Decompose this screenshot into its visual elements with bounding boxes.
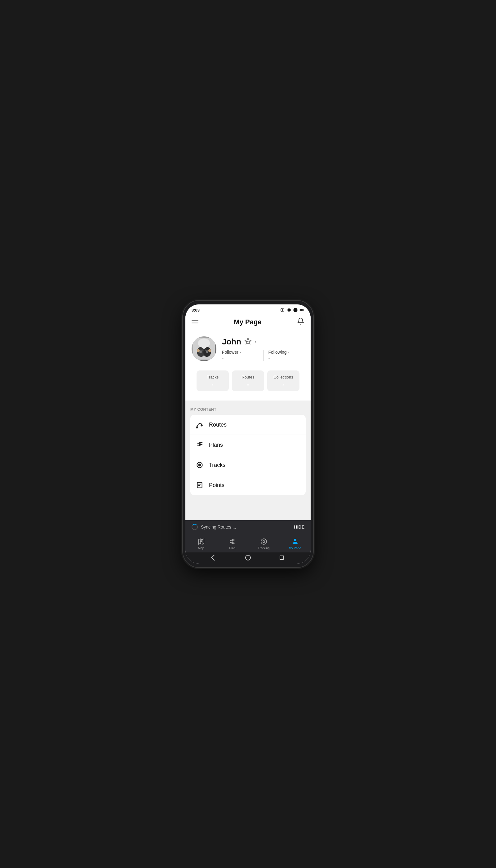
app-header: My Page: [185, 314, 311, 330]
content-item-routes[interactable]: Routes: [190, 415, 306, 435]
stat-value-tracks: -: [200, 382, 226, 388]
points-icon: [195, 481, 204, 490]
stats-row: Tracks - Routes - Collections -: [191, 366, 305, 396]
scroll-content[interactable]: John PRO + ›: [185, 330, 311, 520]
avatar-image: [191, 336, 216, 361]
status-bar: 3:03: [185, 305, 311, 314]
svg-point-41: [263, 541, 265, 542]
nav-label-mypage: My Page: [289, 546, 301, 550]
nav-item-plan[interactable]: Plan: [217, 536, 248, 551]
map-nav-icon: [197, 538, 205, 546]
android-recent-button[interactable]: [280, 556, 284, 560]
svg-rect-2: [288, 308, 290, 311]
follower-chevron-icon: ›: [239, 350, 241, 354]
phone-frame: 3:03 My Page: [183, 301, 313, 567]
sync-left: Syncing Routes ...: [191, 524, 236, 530]
pro-badge-icon: PRO +: [244, 337, 252, 346]
nav-item-mypage[interactable]: My Page: [279, 536, 311, 551]
stat-card-tracks[interactable]: Tracks -: [197, 370, 229, 391]
map-svg: [198, 538, 205, 545]
avatar[interactable]: [191, 336, 216, 361]
my-content-section: MY CONTENT Routes: [185, 403, 311, 497]
plan-svg: [229, 538, 236, 545]
svg-point-37: [201, 541, 202, 542]
following-item[interactable]: Following › -: [264, 350, 305, 361]
svg-point-40: [261, 539, 267, 544]
content-label-plans: Plans: [209, 442, 223, 448]
svg-rect-4: [291, 309, 291, 311]
android-nav: [185, 553, 311, 563]
android-back-button[interactable]: [211, 555, 217, 561]
content-item-points[interactable]: Points: [190, 475, 306, 495]
following-label-text: Following: [268, 350, 287, 355]
following-chevron-icon: ›: [288, 350, 289, 354]
route-svg: [196, 421, 204, 429]
sync-hide-button[interactable]: HIDE: [294, 525, 305, 529]
svg-point-20: [197, 349, 200, 353]
shoe-image: [193, 338, 215, 360]
svg-rect-3: [287, 309, 288, 311]
svg-rect-9: [304, 310, 304, 311]
svg-point-26: [199, 442, 200, 443]
stat-value-collections: -: [270, 382, 296, 388]
tracks-svg: [196, 461, 204, 469]
stat-value-routes: -: [235, 382, 261, 388]
plan-nav-icon: [229, 538, 236, 546]
svg-point-39: [232, 542, 233, 544]
my-content-label: MY CONTENT: [190, 407, 306, 412]
status-icons: [280, 308, 305, 312]
stat-card-collections[interactable]: Collections -: [267, 370, 299, 391]
mypage-nav-icon: [291, 538, 299, 546]
points-svg: [196, 481, 204, 489]
pro-badge: PRO +: [243, 337, 253, 346]
plans-icon: [195, 440, 204, 449]
page-title: My Page: [234, 318, 261, 326]
svg-rect-8: [300, 309, 303, 311]
location-icon: [280, 308, 285, 312]
stat-label-collections: Collections: [270, 375, 296, 379]
route-icon: [195, 420, 204, 429]
nav-item-map[interactable]: Map: [185, 536, 217, 551]
sync-text: Syncing Routes ...: [201, 525, 236, 529]
content-item-plans[interactable]: Plans: [190, 435, 306, 455]
following-count: -: [268, 355, 305, 361]
content-item-tracks[interactable]: Tracks: [190, 455, 306, 475]
svg-point-21: [208, 349, 211, 353]
stat-label-tracks: Tracks: [200, 375, 226, 379]
sync-spinner-icon: [191, 524, 198, 530]
profile-chevron-icon: ›: [255, 339, 257, 345]
svg-point-24: [201, 425, 202, 426]
follower-label-text: Follower: [222, 350, 238, 355]
notification-bell-icon[interactable]: [297, 317, 305, 327]
tracks-icon: [195, 461, 204, 469]
nav-item-tracking[interactable]: Tracking: [248, 536, 279, 551]
status-time: 3:03: [191, 308, 200, 312]
profile-name: John: [222, 337, 241, 346]
hamburger-menu-button[interactable]: [191, 320, 198, 324]
nav-label-map: Map: [198, 546, 204, 550]
profile-section: John PRO + ›: [185, 330, 311, 401]
nav-label-plan: Plan: [229, 546, 235, 550]
follower-row: Follower › - Following ›: [222, 350, 305, 361]
profile-name-row[interactable]: John PRO + ›: [222, 337, 305, 346]
stat-card-routes[interactable]: Routes -: [232, 370, 264, 391]
follower-item[interactable]: Follower › -: [222, 350, 263, 361]
plans-svg: [196, 441, 204, 449]
stat-label-routes: Routes: [235, 375, 261, 379]
phone-screen: 3:03 My Page: [185, 305, 311, 563]
profile-info: John PRO + ›: [222, 337, 305, 361]
bell-svg: [297, 317, 305, 325]
content-card: Routes Plans: [190, 415, 306, 495]
svg-point-38: [232, 540, 233, 541]
content-label-points: Points: [209, 482, 224, 489]
tracking-svg: [260, 538, 267, 545]
content-label-routes: Routes: [209, 422, 227, 428]
android-home-button[interactable]: [245, 555, 251, 560]
follower-count: -: [222, 355, 258, 361]
sync-banner: Syncing Routes ... HIDE: [185, 520, 311, 534]
mypage-svg: [291, 538, 299, 545]
content-label-tracks: Tracks: [209, 462, 226, 468]
dnd-icon: [293, 308, 298, 312]
svg-point-11: [198, 339, 210, 348]
svg-point-27: [199, 444, 200, 446]
